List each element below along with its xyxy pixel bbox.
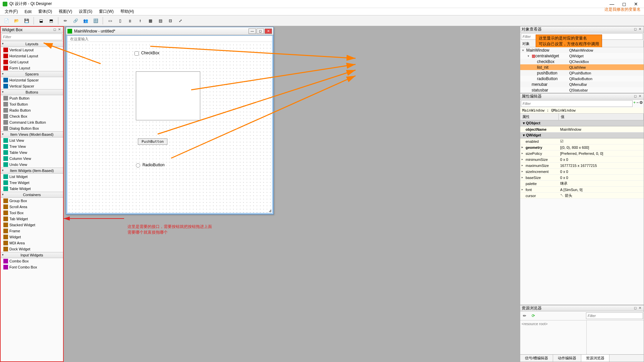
menu-item[interactable]: 设置(S) bbox=[75, 8, 96, 15]
checkbox-icon[interactable] bbox=[135, 51, 139, 56]
property-row[interactable]: fontA [SimSun, 9] bbox=[520, 187, 644, 193]
canvas-checkbox[interactable]: CheckBox bbox=[135, 51, 159, 56]
widget-group-header[interactable]: Layouts bbox=[1, 41, 63, 47]
col-value[interactable]: 值 bbox=[559, 114, 644, 120]
widget-item[interactable]: Font Combo Box bbox=[1, 264, 63, 270]
widget-item[interactable]: Widget bbox=[1, 234, 63, 240]
edit-resources-icon[interactable]: ✏ bbox=[521, 312, 528, 319]
widget-item[interactable]: Grid Layout bbox=[1, 59, 63, 65]
canvas-radiobutton[interactable]: RadioButton bbox=[136, 163, 165, 168]
object-row[interactable]: statusbarQStatusbar bbox=[520, 87, 644, 93]
dock-float-icon[interactable]: ◻ bbox=[52, 27, 57, 32]
object-row[interactable]: menubarQMenuBar bbox=[520, 81, 644, 87]
col-object[interactable]: 对象 bbox=[520, 41, 568, 47]
layout-vsplit-icon[interactable]: ⫳ bbox=[136, 16, 145, 25]
object-row[interactable]: ▾▦ centralwidgetQWidget bbox=[520, 53, 644, 59]
object-row[interactable]: pushButtonQPushButton bbox=[520, 70, 644, 76]
dock-float-icon[interactable]: ◻ bbox=[633, 306, 638, 311]
design-window-titlebar[interactable]: MainWindow - untitled* — ◻ ✕ bbox=[66, 27, 273, 35]
widget-item[interactable]: Tool Box bbox=[1, 210, 63, 216]
config-icon[interactable]: ⚙ bbox=[639, 100, 643, 107]
property-row[interactable]: objectNameMainWindow bbox=[520, 126, 644, 132]
property-row[interactable]: enabled☑ bbox=[520, 138, 644, 144]
size-grip-icon[interactable]: ◢ bbox=[269, 208, 271, 212]
maximize-button[interactable]: ◻ bbox=[619, 1, 630, 7]
widget-item[interactable]: Scroll Area bbox=[1, 204, 63, 210]
design-maximize-button[interactable]: ◻ bbox=[257, 28, 264, 34]
canvas-listview[interactable] bbox=[136, 71, 200, 120]
resource-filter[interactable] bbox=[586, 312, 643, 319]
dock-close-icon[interactable]: ✕ bbox=[638, 94, 642, 99]
menu-item[interactable]: 窗体(O) bbox=[35, 8, 55, 15]
edit-buddies-icon[interactable]: 👥 bbox=[81, 16, 90, 25]
widget-box-filter[interactable] bbox=[1, 34, 62, 40]
property-group[interactable]: QObject bbox=[520, 120, 644, 126]
bring-front-icon[interactable]: ⬒ bbox=[47, 16, 55, 25]
widget-item[interactable]: Frame bbox=[1, 228, 63, 234]
widget-item[interactable]: Tree View bbox=[1, 143, 63, 149]
dock-close-icon[interactable]: ✕ bbox=[638, 27, 642, 32]
property-row[interactable]: sizePolicy[Preferred, Preferred, 0, 0] bbox=[520, 150, 644, 157]
widget-item[interactable]: List View bbox=[1, 137, 63, 143]
edit-signals-icon[interactable]: 🔗 bbox=[71, 16, 80, 25]
object-row[interactable]: list_nitQListView bbox=[520, 64, 644, 70]
break-layout-icon[interactable]: ⊟ bbox=[166, 16, 175, 25]
bottom-tab[interactable]: 动作编辑器 bbox=[553, 355, 581, 362]
object-row[interactable]: checkBoxQCheckBox bbox=[520, 59, 644, 64]
bottom-tab[interactable]: 资源浏览器 bbox=[581, 355, 609, 362]
dock-float-icon[interactable]: ◻ bbox=[633, 94, 638, 99]
radio-icon[interactable] bbox=[136, 163, 140, 168]
property-row[interactable]: geometry[(0, 0), 800 x 600] bbox=[520, 144, 644, 150]
bottom-tab[interactable]: 信号/槽编辑器 bbox=[520, 355, 553, 362]
edit-tab-order-icon[interactable]: 🔢 bbox=[91, 16, 100, 25]
open-icon[interactable]: 📂 bbox=[12, 16, 21, 25]
reload-icon[interactable]: ⟳ bbox=[530, 312, 537, 319]
layout-h-icon[interactable]: ▭ bbox=[106, 16, 114, 25]
dock-close-icon[interactable]: ✕ bbox=[638, 306, 642, 311]
remove-dynamic-prop-icon[interactable]: − bbox=[636, 100, 639, 107]
menu-item[interactable]: 窗口(W) bbox=[96, 8, 117, 15]
menu-item[interactable]: 帮助(H) bbox=[117, 8, 138, 15]
object-row[interactable]: radioButtonQRadioButton bbox=[520, 76, 644, 81]
widget-item[interactable]: Horizontal Spacer bbox=[1, 77, 63, 83]
object-inspector-tree[interactable]: ▾MainWindowQMainWindow▾▦ centralwidgetQW… bbox=[520, 47, 644, 93]
widget-item[interactable]: Tab Widget bbox=[1, 216, 63, 222]
property-filter[interactable] bbox=[521, 100, 633, 107]
minimize-button[interactable]: — bbox=[606, 1, 618, 7]
widget-item[interactable]: List Widget bbox=[1, 174, 63, 180]
dock-float-icon[interactable]: ◻ bbox=[633, 27, 638, 32]
col-property[interactable]: 属性 bbox=[520, 114, 559, 120]
widget-item[interactable]: Table Widget bbox=[1, 186, 63, 192]
dock-close-icon[interactable]: ✕ bbox=[57, 27, 62, 32]
property-group[interactable]: QWidget bbox=[520, 132, 644, 138]
widget-item[interactable]: Vertical Spacer bbox=[1, 83, 63, 89]
widget-item[interactable]: Combo Box bbox=[1, 258, 63, 264]
widget-item[interactable]: Tool Button bbox=[1, 101, 63, 107]
layout-v-icon[interactable]: ▯ bbox=[116, 16, 124, 25]
widget-item[interactable]: Group Box bbox=[1, 198, 63, 204]
widget-item[interactable]: Table View bbox=[1, 149, 63, 156]
add-dynamic-prop-icon[interactable]: + bbox=[633, 100, 636, 107]
widget-item[interactable]: Radio Button bbox=[1, 107, 63, 113]
widget-item[interactable]: Stacked Widget bbox=[1, 222, 63, 228]
widget-item[interactable]: Undo View bbox=[1, 162, 63, 168]
edit-widgets-icon[interactable]: ✏ bbox=[61, 16, 70, 25]
widget-group-header[interactable]: Buttons bbox=[1, 89, 63, 95]
widget-item[interactable]: Form Layout bbox=[1, 65, 63, 71]
canvas-pushbutton[interactable]: PushButton bbox=[138, 138, 167, 145]
property-row[interactable]: maximumSize16777215 x 16777215 bbox=[520, 163, 644, 169]
property-list[interactable]: QObjectobjectNameMainWindowQWidgetenable… bbox=[520, 120, 644, 305]
widget-item[interactable]: Push Button bbox=[1, 95, 63, 101]
widget-item[interactable]: Dialog Button Box bbox=[1, 125, 63, 131]
widget-group-header[interactable]: Spacers bbox=[1, 71, 63, 77]
object-inspector-filter[interactable] bbox=[521, 33, 643, 40]
property-row[interactable]: minimumSize0 x 0 bbox=[520, 157, 644, 163]
menu-item[interactable]: 视图(V) bbox=[55, 8, 75, 15]
widget-item[interactable]: Vertical Layout bbox=[1, 47, 63, 53]
widget-group-header[interactable]: Item Widgets (Item-Based) bbox=[1, 168, 63, 174]
design-minimize-button[interactable]: — bbox=[249, 28, 256, 34]
widget-item[interactable]: Check Box bbox=[1, 113, 63, 119]
widget-item[interactable]: MDI Area bbox=[1, 240, 63, 246]
widget-group-header[interactable]: Input Widgets bbox=[1, 252, 63, 258]
object-row[interactable]: ▾MainWindowQMainWindow bbox=[520, 47, 644, 53]
